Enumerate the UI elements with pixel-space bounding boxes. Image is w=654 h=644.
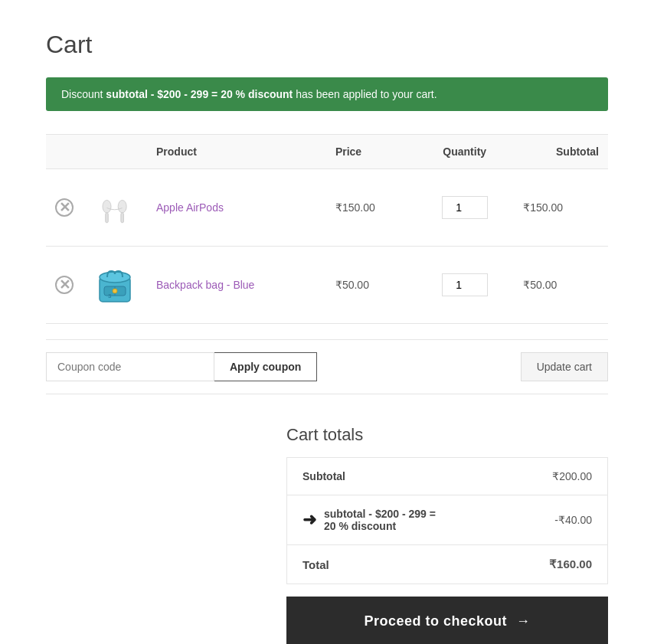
update-cart-button[interactable]: Update cart	[521, 352, 608, 381]
subtotal-value: ₹200.00	[463, 458, 608, 495]
checkout-arrow-icon: →	[516, 613, 531, 629]
svg-rect-3	[120, 212, 123, 222]
discount-banner: Discount subtotal - $200 - 299 = 20 % di…	[46, 77, 608, 111]
table-row: ✕	[46, 247, 608, 324]
totals-table: Subtotal ₹200.00 ➜ subtotal - $200 - 299…	[286, 457, 608, 584]
col-subtotal-header: Subtotal	[514, 135, 608, 169]
apply-coupon-button[interactable]: Apply coupon	[214, 352, 317, 381]
discount-text-end: has been applied to your cart.	[293, 88, 437, 100]
total-row: Total ₹160.00	[287, 545, 608, 584]
discount-row: ➜ subtotal - $200 - 299 = 20 % discount …	[287, 495, 608, 545]
discount-bold: subtotal - $200 - 299 = 20 % discount	[106, 88, 293, 100]
col-image-header	[83, 135, 147, 169]
airpods-subtotal: ₹150.00	[523, 201, 563, 214]
svg-point-2	[118, 200, 126, 213]
checkout-label: Proceed to checkout	[364, 613, 507, 629]
airpods-price: ₹150.00	[335, 201, 375, 214]
svg-text:3: 3	[108, 293, 112, 299]
table-row: ✕	[46, 169, 608, 247]
coupon-input-area: Apply coupon	[46, 352, 317, 381]
col-product-header: Product	[147, 135, 326, 169]
col-quantity-header: Quantity	[415, 135, 514, 169]
page-title: Cart	[46, 31, 608, 59]
backpack-quantity-input[interactable]	[442, 273, 488, 296]
coupon-row: Apply coupon Update cart	[46, 339, 608, 394]
col-remove-header	[46, 135, 83, 169]
discount-label-text: subtotal - $200 - 299 = 20 % discount	[324, 508, 448, 532]
discount-arrow-icon: ➜	[302, 510, 316, 530]
total-value: ₹160.00	[463, 545, 608, 584]
airpods-quantity-input[interactable]	[442, 196, 488, 219]
col-price-header: Price	[326, 135, 415, 169]
discount-value: -₹40.00	[463, 495, 608, 545]
remove-airpods-button[interactable]: ✕	[55, 198, 74, 217]
svg-point-8	[113, 289, 117, 293]
svg-point-0	[103, 200, 111, 213]
cart-totals-section: Cart totals Subtotal ₹200.00 ➜ subtotal …	[286, 425, 608, 644]
discount-label-wrap: ➜ subtotal - $200 - 299 = 20 % discount	[302, 508, 448, 532]
checkout-btn-content: Proceed to checkout →	[302, 613, 593, 629]
subtotal-label: Subtotal	[287, 458, 463, 495]
airpods-product-link[interactable]: Apple AirPods	[156, 201, 224, 214]
coupon-code-input[interactable]	[46, 352, 214, 381]
cart-table: Product Price Quantity Subtotal ✕	[46, 134, 608, 324]
discount-text-start: Discount	[61, 88, 106, 100]
backpack-product-link[interactable]: Backpack bag - Blue	[156, 279, 254, 291]
backpack-subtotal: ₹50.00	[523, 279, 557, 291]
airpods-image	[92, 185, 138, 230]
subtotal-row: Subtotal ₹200.00	[287, 458, 608, 495]
cart-totals-title: Cart totals	[286, 425, 608, 445]
remove-backpack-button[interactable]: ✕	[55, 276, 74, 294]
backpack-price: ₹50.00	[335, 279, 369, 291]
svg-rect-1	[105, 212, 108, 222]
total-label: Total	[287, 545, 463, 584]
backpack-image: 3	[92, 262, 138, 308]
discount-label-cell: ➜ subtotal - $200 - 299 = 20 % discount	[287, 495, 463, 545]
checkout-button[interactable]: Proceed to checkout →	[286, 597, 608, 644]
